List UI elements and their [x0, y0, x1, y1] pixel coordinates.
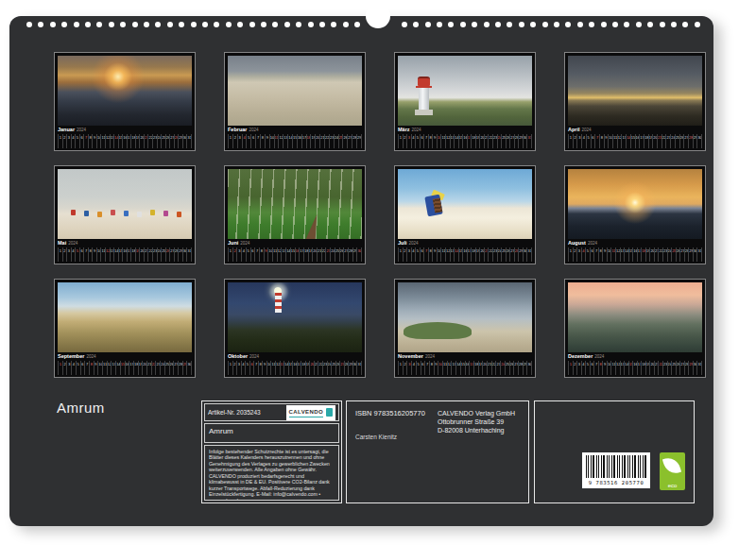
day-strip: 1234567891011121314151617181920212223242… [568, 247, 702, 263]
binding-hole [601, 22, 607, 27]
binding-hole [167, 22, 173, 27]
month-name: Dezember [568, 353, 593, 359]
month-label: Juni2024 [228, 241, 362, 247]
mini-calendar-page: Dezember2024 123456789101112131415161718… [564, 279, 706, 378]
month-photo [398, 282, 532, 352]
month-photo [228, 56, 362, 126]
month-name: Juli [398, 240, 406, 246]
month-year: 2024 [425, 354, 435, 359]
beach-chair-icon [111, 210, 115, 215]
mini-calendar-page: Oktober2024 1234567891011121314151617181… [224, 279, 366, 378]
binding-hole [96, 22, 102, 27]
month-name: Oktober [228, 353, 248, 359]
binding-hole [437, 22, 442, 27]
month-name: November [398, 353, 423, 359]
day-number: 30 [356, 247, 361, 263]
barcode-box: 9 783516 205770 eco [534, 400, 695, 503]
publisher-street: Ottobrunner Straße 39 [438, 417, 515, 426]
month-label: August2024 [568, 241, 702, 247]
beach-chair-icon [71, 210, 76, 215]
binding-hole [296, 22, 301, 27]
binding-hole [413, 22, 419, 27]
month-year: 2024 [77, 128, 86, 132]
month-name: September [58, 353, 84, 359]
ean-barcode: 9 783516 205770 [582, 452, 650, 488]
month-photo [398, 169, 532, 239]
day-strip: 1234567891011121314151617181920212223242… [398, 361, 532, 376]
month-photo [568, 56, 702, 126]
binding-hole [319, 22, 325, 27]
mini-calendar-page: Mai2024 12345678910111213141516171819202… [54, 165, 196, 264]
mini-calendar-page: Juni2024 1234567891011121314151617181920… [224, 165, 366, 264]
eco-label: eco [660, 483, 685, 488]
month-year: 2024 [588, 241, 597, 246]
day-number: 29 [356, 134, 361, 149]
binding-hole [38, 22, 43, 27]
binding-hole [50, 22, 56, 27]
calendar-title-row: Amrum [204, 423, 339, 443]
binding-hole [519, 22, 524, 27]
day-number: 30 [186, 361, 191, 376]
eco-leaf-icon [662, 455, 681, 476]
lighthouse-base-icon [415, 110, 433, 115]
binding-hole [308, 22, 314, 27]
day-strip: 1234567891011121314151617181920212223242… [58, 134, 192, 149]
binding-hole [671, 22, 677, 27]
binding-hole [331, 22, 336, 27]
binding-hole [202, 22, 208, 27]
day-number: 31 [186, 134, 191, 149]
binding-hole [155, 22, 161, 27]
day-number: 31 [526, 134, 531, 149]
month-photo [58, 169, 192, 239]
binding-hole [354, 22, 360, 27]
day-number: 31 [186, 247, 191, 263]
binding-hole [530, 22, 536, 27]
forest-path-icon [306, 214, 321, 239]
month-label: Januar2024 [58, 128, 192, 133]
day-number: 31 [696, 361, 701, 376]
binding-hole [577, 22, 583, 27]
legal-text: Infolge bestehender Schutzrechte ist es … [204, 445, 339, 501]
binding-hole [682, 22, 688, 27]
binding-hole [507, 22, 512, 27]
month-photo [228, 282, 362, 352]
day-strip: 1234567891011121314151617181920212223242… [568, 134, 702, 149]
binding-hole [226, 22, 232, 27]
binding-hole [74, 22, 79, 27]
month-year: 2024 [86, 354, 95, 359]
month-name: März [398, 127, 410, 132]
binding-hole [214, 22, 219, 27]
beach-chair-icon [137, 212, 142, 217]
publisher-city: D-82008 Unterhaching [438, 426, 515, 434]
binding-hole [26, 22, 32, 27]
beach-chair-icon [84, 211, 89, 216]
month-label: Oktober2024 [228, 354, 362, 360]
binding-hole [343, 22, 349, 27]
month-year: 2024 [412, 128, 421, 132]
calvendo-logo: CALVENDO [286, 405, 335, 420]
article-number: Artikel-Nr. 2035243 [208, 409, 261, 416]
binding-hole [284, 22, 290, 27]
lighthouse-lantern-icon [418, 77, 430, 86]
day-strip: 1234567891011121314151617181920212223242… [228, 247, 362, 263]
calendar-back-cover: Januar2024 12345678910111213141516171819… [9, 16, 713, 526]
lighthouse-striped-tower-icon [275, 293, 282, 313]
month-year: 2024 [68, 241, 77, 246]
day-strip: 1234567891011121314151617181920212223242… [58, 247, 192, 263]
isbn-box: ISBN 9783516205770 CALVENDO Verlag GmbH … [346, 400, 529, 503]
binding-hole [249, 22, 255, 27]
binding-hole [425, 22, 431, 27]
month-year: 2024 [582, 128, 592, 132]
publisher-name: CALVENDO Verlag GmbH [438, 409, 515, 417]
publisher-address: CALVENDO Verlag GmbH Ottobrunner Straße … [438, 409, 515, 434]
binding-hole [448, 22, 454, 27]
binding-hole [636, 22, 642, 27]
eco-logo: eco [660, 452, 685, 490]
binding-hole [624, 22, 629, 27]
month-year: 2024 [240, 241, 249, 246]
binding-hole [647, 22, 653, 27]
month-label: Juli2024 [398, 241, 532, 247]
day-strip: 1234567891011121314151617181920212223242… [228, 361, 362, 376]
month-name: April [568, 127, 580, 132]
month-year: 2024 [249, 128, 258, 132]
